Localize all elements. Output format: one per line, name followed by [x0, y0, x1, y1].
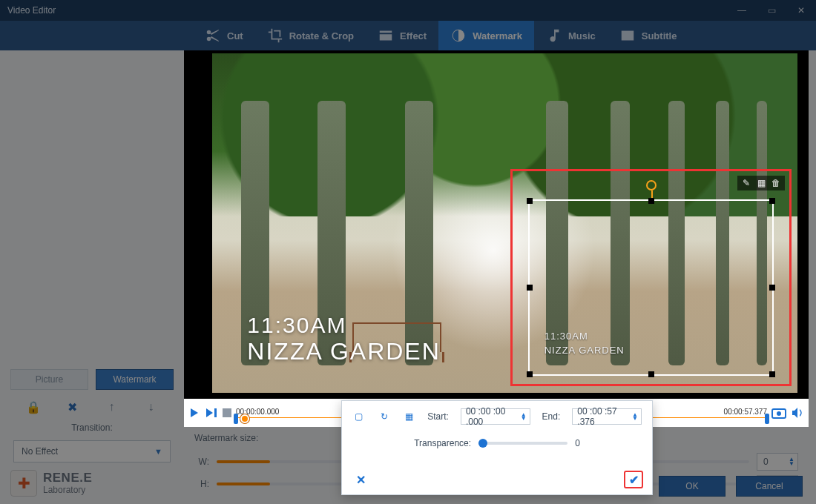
scissors-icon [205, 27, 221, 44]
range-end-handle[interactable] [765, 414, 769, 424]
transparency-label: Transparence: [414, 438, 471, 448]
watermark-button[interactable]: Watermark [96, 369, 174, 390]
popup-confirm-icon[interactable]: ✔ [624, 471, 643, 488]
grid-icon[interactable]: ▦ [403, 409, 416, 424]
music-icon [546, 27, 562, 44]
rotate-handle-icon[interactable] [646, 180, 657, 190]
time-right: 00:00:57.377 [724, 408, 767, 416]
app-title: Video Editor [7, 5, 56, 16]
titlebar: Video Editor — ▭ ✕ [0, 0, 816, 21]
cancel-button[interactable]: Cancel [736, 476, 803, 497]
minimize-icon[interactable]: — [727, 0, 757, 21]
tab-watermark[interactable]: Watermark [438, 21, 534, 50]
tab-subtitle[interactable]: Subtitle [608, 21, 689, 50]
svg-point-3 [777, 411, 781, 416]
resize-handle[interactable] [648, 371, 654, 377]
watermark-timing-popup: ▢ ↻ ▦ Start: 00 :00 :00 .000 ▲▼ End: 00 … [341, 400, 653, 495]
preview-caption: 11:30AM NIZZA GARDEN [247, 313, 440, 365]
tab-cut[interactable]: Cut [193, 21, 255, 50]
move-up-icon[interactable]: ↑ [104, 400, 120, 414]
brand-logo: ✚ RENE.ELaboratory [0, 462, 184, 504]
tab-effect[interactable]: Effect [366, 21, 438, 50]
maximize-icon[interactable]: ▭ [757, 0, 786, 21]
watermark-box[interactable]: 11:30AM NIZZA GARDEN [528, 199, 774, 376]
play-icon[interactable] [188, 407, 200, 419]
tab-music[interactable]: Music [534, 21, 608, 50]
start-time-input[interactable]: 00 :00 :00 .000 ▲▼ [461, 408, 530, 425]
end-time-input[interactable]: 00 :00 :57 .376 ▲▼ [572, 408, 642, 425]
playhead[interactable] [240, 414, 249, 423]
range-start-handle[interactable] [234, 414, 238, 424]
resize-handle[interactable] [769, 285, 775, 291]
transition-select[interactable]: No Effect ▼ [13, 440, 171, 462]
volume-icon[interactable] [791, 407, 804, 419]
transparency-slider[interactable] [478, 442, 567, 445]
refresh-icon[interactable]: ↻ [378, 409, 391, 424]
delete-icon[interactable]: 🗑 [771, 178, 781, 188]
close-icon[interactable]: ✕ [786, 0, 816, 21]
edit-icon[interactable]: ✎ [741, 178, 751, 188]
popup-cancel-icon[interactable]: ✕ [351, 471, 370, 488]
logo-badge-icon: ✚ [10, 470, 37, 497]
resize-handle[interactable] [769, 198, 775, 204]
snapshot-icon[interactable] [771, 407, 786, 419]
crop-icon [267, 27, 283, 44]
move-down-icon[interactable]: ↓ [143, 400, 159, 414]
resize-handle[interactable] [648, 198, 654, 204]
remove-icon[interactable]: ✖ [65, 400, 81, 414]
svg-rect-1 [223, 408, 231, 417]
width-spinner[interactable]: 0▲▼ [757, 453, 798, 471]
stop-icon[interactable] [223, 408, 231, 417]
chevron-down-icon: ▼ [154, 447, 162, 456]
transition-label: Transition: [13, 422, 171, 433]
watermark-toolbar: ✎ ▦ 🗑 [737, 176, 785, 190]
sidebar: Picture Watermark 🔒 ✖ ↑ ↓ Transition: No… [0, 50, 184, 504]
subtitle-icon [619, 27, 636, 44]
watermark-icon [450, 27, 467, 44]
tab-strip: Cut Rotate & Crop Effect Watermark Music… [0, 21, 816, 50]
picture-button[interactable]: Picture [10, 369, 88, 390]
resize-handle[interactable] [527, 198, 533, 204]
resize-handle[interactable] [769, 371, 775, 377]
tab-rotate-crop[interactable]: Rotate & Crop [255, 21, 366, 50]
video-preview[interactable]: 11:30AM NIZZA GARDEN ✎ ▦ 🗑 [184, 50, 809, 399]
resize-handle[interactable] [527, 285, 533, 291]
lock-icon[interactable]: 🔒 [25, 400, 42, 414]
start-label: Start: [427, 411, 449, 422]
marker-icon[interactable]: ▢ [352, 409, 366, 424]
image-icon[interactable]: ▦ [756, 178, 766, 188]
transparency-value: 0 [575, 438, 580, 448]
resize-handle[interactable] [527, 371, 533, 377]
effect-icon [378, 27, 394, 44]
ok-button[interactable]: OK [659, 476, 725, 497]
play-range-icon[interactable] [205, 407, 218, 419]
end-label: End: [542, 411, 561, 422]
